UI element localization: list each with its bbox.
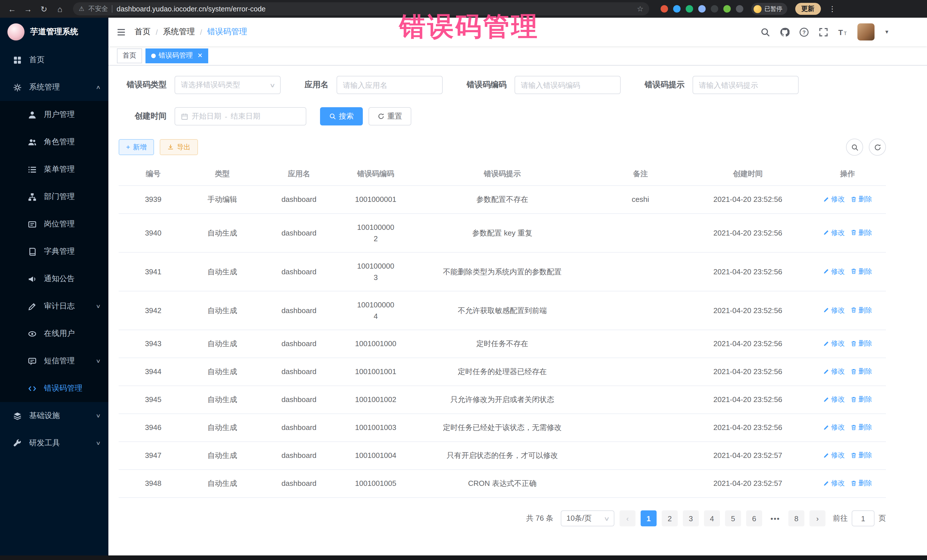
date-range-picker[interactable]: 开始日期 - 结束日期	[175, 107, 306, 126]
sidebar-item-角色管理[interactable]: 角色管理	[0, 128, 108, 156]
page-button-4[interactable]: 4	[704, 510, 720, 527]
screen: ← → ↻ ⌂ ⚠ 不安全 dashboard.yudao.iocoder.cn…	[0, 0, 927, 560]
sidebar-item-菜单管理[interactable]: 菜单管理	[0, 156, 108, 183]
reset-button[interactable]: 重置	[369, 107, 411, 126]
sidebar-item-岗位管理[interactable]: 岗位管理	[0, 211, 108, 238]
page-button-2[interactable]: 2	[662, 510, 678, 527]
delete-link[interactable]: 删除	[850, 422, 872, 432]
sidebar-item-错误码管理[interactable]: 错误码管理	[0, 375, 108, 402]
goto-page-input[interactable]	[852, 510, 874, 527]
search-icon[interactable]	[760, 27, 770, 37]
hamburger-icon[interactable]	[116, 27, 126, 37]
user-avatar[interactable]	[857, 23, 874, 41]
extension-blue-drop[interactable]	[673, 5, 681, 12]
sidebar-item-字典管理[interactable]: 字典管理	[0, 238, 108, 265]
extension-switch-on[interactable]	[711, 5, 718, 12]
prev-page-button[interactable]: ‹	[620, 510, 635, 527]
extension-paw[interactable]	[736, 5, 743, 12]
browser-menu-icon[interactable]: ⋮	[828, 5, 836, 13]
error-hint-input[interactable]	[699, 81, 792, 89]
edit-link[interactable]: 修改	[823, 305, 845, 315]
search-button[interactable]: 搜索	[320, 107, 363, 126]
refresh-table-button[interactable]	[869, 138, 886, 156]
sidebar-item-审计日志[interactable]: 审计日志∨	[0, 293, 108, 320]
close-icon[interactable]: ✕	[198, 52, 202, 59]
edit-link[interactable]: 修改	[823, 194, 845, 204]
help-icon[interactable]: ?	[799, 27, 809, 37]
delete-link[interactable]: 删除	[850, 366, 872, 376]
edit-icon	[823, 452, 829, 458]
error-code-input[interactable]	[521, 81, 614, 89]
delete-icon	[850, 480, 857, 486]
fullscreen-icon[interactable]	[819, 27, 828, 37]
chevron-down-icon[interactable]: ▼	[884, 29, 889, 35]
back-icon[interactable]: ←	[6, 4, 18, 14]
delete-link[interactable]: 删除	[850, 338, 872, 348]
sidebar-item-短信管理[interactable]: 短信管理∨	[0, 347, 108, 375]
extension-grid[interactable]	[698, 5, 706, 12]
cell-hint: 参数配置不存在	[410, 186, 594, 214]
page-button-6[interactable]: 6	[746, 510, 762, 527]
github-icon[interactable]	[780, 27, 790, 37]
cell-hint: 只允许修改为开启或者关闭状态	[410, 386, 594, 414]
delete-link[interactable]: 删除	[850, 227, 872, 238]
font-size-icon[interactable]: TT	[838, 27, 848, 37]
breadcrumb-item-系统管理[interactable]: 系统管理	[163, 27, 195, 37]
extension-red-dot[interactable]	[661, 5, 668, 12]
delete-link[interactable]: 删除	[850, 478, 872, 488]
refresh-icon	[378, 113, 384, 120]
add-button[interactable]: + 新增	[119, 139, 154, 155]
delete-link[interactable]: 删除	[850, 450, 872, 460]
export-button[interactable]: 导出	[160, 139, 198, 155]
sidebar-item-研发工具[interactable]: 研发工具∨	[0, 429, 108, 457]
page-size-select[interactable]: 10条/页 ∨	[561, 510, 614, 527]
sidebar-item-通知公告[interactable]: 通知公告	[0, 265, 108, 293]
edit-link[interactable]: 修改	[823, 338, 845, 348]
breadcrumb-separator: /	[200, 28, 202, 36]
error-type-select[interactable]: 请选择错误码类型 ∨	[175, 76, 281, 94]
sidebar-item-系统管理[interactable]: 系统管理∧	[0, 74, 108, 101]
delete-link[interactable]: 删除	[850, 394, 872, 404]
tag-tab-首页[interactable]: 首页	[117, 48, 142, 63]
next-page-button[interactable]: ›	[810, 510, 825, 527]
announcement-icon	[27, 275, 37, 283]
breadcrumb-item-错误码管理[interactable]: 错误码管理	[207, 27, 247, 37]
delete-link[interactable]: 删除	[850, 305, 872, 315]
edit-link[interactable]: 修改	[823, 366, 845, 376]
chevron-down-icon: ∨	[603, 515, 610, 522]
forward-icon[interactable]: →	[22, 4, 34, 14]
extension-green-check[interactable]	[686, 5, 693, 12]
browser-profile-chip[interactable]: 已暂停	[751, 3, 787, 15]
address-bar[interactable]: ⚠ 不安全 dashboard.yudao.iocoder.cn/system/…	[73, 2, 649, 15]
edit-link[interactable]: 修改	[823, 450, 845, 460]
extension-leaf[interactable]	[723, 5, 731, 12]
cell-operations: 修改删除	[809, 442, 886, 470]
reload-icon[interactable]: ↻	[38, 4, 50, 14]
sidebar-item-用户管理[interactable]: 用户管理	[0, 101, 108, 128]
sidebar-item-部门管理[interactable]: 部门管理	[0, 183, 108, 211]
home-icon[interactable]: ⌂	[54, 4, 66, 14]
page-button-1[interactable]: 1	[641, 510, 656, 527]
sidebar-item-在线用户[interactable]: 在线用户	[0, 320, 108, 347]
edit-link[interactable]: 修改	[823, 394, 845, 404]
cell-operations: 修改删除	[809, 330, 886, 358]
cell-app: dashboard	[257, 386, 341, 414]
page-button-8[interactable]: 8	[789, 510, 804, 527]
bookmark-star-icon[interactable]: ☆	[637, 5, 643, 13]
tag-tab-错误码管理[interactable]: 错误码管理✕	[146, 48, 208, 63]
app-name-input[interactable]	[343, 81, 436, 89]
edit-link[interactable]: 修改	[823, 478, 845, 488]
page-button-3[interactable]: 3	[683, 510, 699, 527]
delete-link[interactable]: 删除	[850, 194, 872, 204]
sidebar-item-首页[interactable]: 首页	[0, 46, 108, 74]
breadcrumb-item-首页[interactable]: 首页	[135, 27, 150, 37]
edit-link[interactable]: 修改	[823, 227, 845, 238]
edit-link[interactable]: 修改	[823, 266, 845, 276]
browser-update-button[interactable]: 更新	[795, 3, 821, 15]
page-button-5[interactable]: 5	[725, 510, 741, 527]
sidebar-item-基础设施[interactable]: 基础设施∨	[0, 402, 108, 429]
edit-link[interactable]: 修改	[823, 422, 845, 432]
toggle-search-button[interactable]	[846, 138, 863, 156]
edit-icon	[823, 340, 829, 346]
delete-link[interactable]: 删除	[850, 266, 872, 276]
